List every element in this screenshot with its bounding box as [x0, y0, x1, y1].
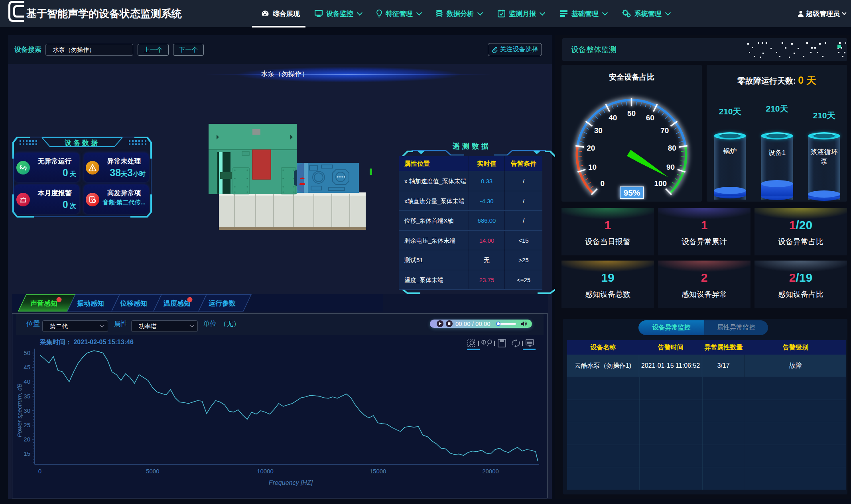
svg-text:10000: 10000 — [257, 468, 274, 475]
svg-text:15000: 15000 — [370, 468, 386, 475]
svg-text:35: 35 — [24, 393, 30, 400]
svg-text:90: 90 — [666, 163, 675, 171]
svg-text:浆液循环: 浆液循环 — [811, 148, 838, 156]
svg-text:0: 0 — [38, 468, 41, 475]
svg-text:100: 100 — [654, 179, 667, 188]
svg-text:45: 45 — [24, 364, 30, 371]
svg-text:20: 20 — [24, 436, 30, 443]
svg-text:40: 40 — [24, 378, 30, 385]
svg-text:80: 80 — [668, 144, 676, 152]
svg-text:210天: 210天 — [813, 111, 835, 120]
svg-text:95%: 95% — [623, 188, 640, 197]
svg-text:0: 0 — [600, 179, 605, 188]
svg-text:60: 60 — [646, 114, 654, 122]
svg-text:声音感知: 声音感知 — [30, 299, 57, 307]
svg-text:40: 40 — [609, 114, 617, 122]
svg-text:锅炉: 锅炉 — [723, 147, 737, 155]
svg-text:设备1: 设备1 — [768, 149, 786, 157]
svg-text:温度感知: 温度感知 — [163, 299, 191, 307]
svg-text:210天: 210天 — [719, 107, 741, 116]
svg-text:20000: 20000 — [482, 468, 499, 475]
svg-text:15: 15 — [24, 450, 30, 457]
svg-text:位移感知: 位移感知 — [120, 300, 147, 307]
svg-text:30: 30 — [24, 407, 30, 414]
svg-text:运行参数: 运行参数 — [208, 300, 236, 307]
svg-text:5000: 5000 — [146, 468, 159, 475]
svg-text:50: 50 — [627, 109, 636, 118]
svg-text:20: 20 — [587, 144, 595, 152]
svg-text:70: 70 — [660, 126, 669, 135]
svg-text:10: 10 — [588, 163, 597, 171]
svg-text:210天: 210天 — [766, 104, 788, 113]
svg-text:Frequency [HZ]: Frequency [HZ] — [269, 479, 313, 486]
svg-text:泵: 泵 — [821, 158, 827, 165]
svg-text:振动感知: 振动感知 — [77, 300, 104, 307]
svg-text:Power spectrum, dB: Power spectrum, dB — [16, 383, 23, 437]
svg-text:30: 30 — [594, 126, 603, 135]
svg-text:50: 50 — [24, 349, 30, 356]
svg-text:25: 25 — [24, 422, 30, 428]
